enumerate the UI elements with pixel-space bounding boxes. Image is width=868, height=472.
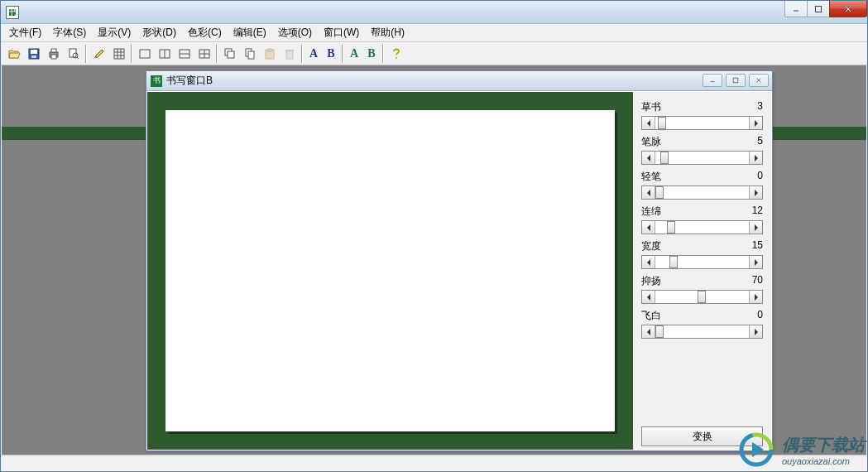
minimize-button[interactable] xyxy=(784,1,808,17)
child-close-button[interactable] xyxy=(749,74,769,87)
slider-thumb[interactable] xyxy=(660,152,669,164)
paste-icon[interactable] xyxy=(260,45,279,63)
layout4-icon[interactable] xyxy=(194,45,213,63)
copy-icon[interactable] xyxy=(240,45,259,63)
slider-thumb[interactable] xyxy=(658,117,666,129)
slider-track[interactable] xyxy=(641,220,763,234)
slider-increment-button[interactable] xyxy=(749,152,762,164)
style-b2-icon[interactable]: B xyxy=(363,45,380,63)
menu-file[interactable]: 文件(F) xyxy=(4,24,46,41)
slider-value: 5 xyxy=(757,135,763,149)
child-maximize-button[interactable] xyxy=(726,74,746,87)
svg-rect-33 xyxy=(268,49,271,51)
pencil-icon[interactable] xyxy=(89,45,108,63)
child-window-controls xyxy=(703,74,769,87)
toolbar-separator xyxy=(216,45,218,63)
slider-thumb[interactable] xyxy=(698,291,706,303)
main-titlebar: 书 xyxy=(1,1,867,24)
slider-thumb[interactable] xyxy=(669,256,678,268)
svg-rect-34 xyxy=(286,51,293,59)
menu-shape[interactable]: 形状(D) xyxy=(137,24,181,41)
child-minimize-button[interactable] xyxy=(703,74,722,87)
slider-rail[interactable] xyxy=(655,117,749,129)
maximize-button[interactable] xyxy=(807,1,830,17)
writing-window: 书 书写窗口B 草书3笔脉5轻笔0连绵12宽度15抑扬70飞白0变换 xyxy=(146,70,773,451)
slider-group: 宽度15 xyxy=(641,239,763,269)
cascade-icon[interactable] xyxy=(220,45,239,63)
help-icon[interactable] xyxy=(386,45,405,63)
slider-increment-button[interactable] xyxy=(749,325,762,338)
slider-decrement-button[interactable] xyxy=(642,256,655,268)
slider-increment-button[interactable] xyxy=(749,186,762,199)
menu-display[interactable]: 显示(V) xyxy=(93,24,136,41)
slider-increment-button[interactable] xyxy=(749,291,762,303)
svg-point-36 xyxy=(396,57,397,59)
child-titlebar[interactable]: 书 书写窗口B xyxy=(146,71,772,91)
menu-bar: 文件(F) 字体(S) 显示(V) 形状(D) 色彩(C) 编辑(E) 选项(O… xyxy=(1,24,867,42)
app-icon: 书 xyxy=(6,6,19,19)
slider-thumb[interactable] xyxy=(667,221,675,234)
menu-font[interactable]: 字体(S) xyxy=(48,24,91,41)
slider-rail[interactable] xyxy=(655,325,749,338)
slider-value: 3 xyxy=(757,100,763,114)
open-icon[interactable] xyxy=(4,45,23,63)
layout1-icon[interactable] xyxy=(135,45,154,63)
print-icon[interactable] xyxy=(44,45,63,63)
slider-decrement-button[interactable] xyxy=(642,186,655,199)
menu-color[interactable]: 色彩(C) xyxy=(183,24,227,41)
slider-decrement-button[interactable] xyxy=(642,117,655,129)
delete-icon[interactable] xyxy=(280,45,299,63)
slider-track[interactable] xyxy=(641,290,763,304)
slider-group: 笔脉5 xyxy=(641,135,763,165)
menu-edit[interactable]: 编辑(E) xyxy=(228,24,271,41)
transform-button[interactable]: 变换 xyxy=(641,426,763,446)
slider-value: 15 xyxy=(752,239,763,253)
writing-canvas[interactable] xyxy=(165,110,615,431)
slider-label: 草书 xyxy=(641,100,661,114)
svg-rect-8 xyxy=(31,55,36,58)
slider-increment-button[interactable] xyxy=(749,117,762,129)
slider-rail[interactable] xyxy=(655,152,749,164)
slider-rail[interactable] xyxy=(655,221,749,234)
slider-track[interactable] xyxy=(641,255,763,269)
slider-decrement-button[interactable] xyxy=(642,291,655,303)
slider-thumb[interactable] xyxy=(655,186,664,199)
slider-track[interactable] xyxy=(641,116,763,130)
slider-track[interactable] xyxy=(641,185,763,200)
style-b1-icon[interactable]: B xyxy=(323,45,339,63)
toolbar-separator xyxy=(85,45,87,63)
slider-track[interactable] xyxy=(641,151,763,165)
menu-options[interactable]: 选项(O) xyxy=(273,24,317,41)
close-button[interactable] xyxy=(829,1,867,17)
slider-increment-button[interactable] xyxy=(749,221,762,234)
menu-window[interactable]: 窗口(W) xyxy=(319,24,364,41)
menu-help[interactable]: 帮助(H) xyxy=(366,24,410,41)
slider-label: 连绵 xyxy=(641,205,661,219)
toolbar: A B A B xyxy=(1,42,867,65)
child-window-title: 书写窗口B xyxy=(166,74,213,88)
style-a2-icon[interactable]: A xyxy=(346,45,362,63)
main-window: 书 文件(F) 字体(S) 显示(V) 形状(D) 色彩(C) 编辑(E) 选项… xyxy=(0,0,868,472)
slider-track[interactable] xyxy=(641,325,763,339)
slider-group: 抑扬70 xyxy=(641,274,763,304)
slider-decrement-button[interactable] xyxy=(642,152,655,164)
slider-label: 抑扬 xyxy=(641,274,661,288)
style-a1-icon[interactable]: A xyxy=(305,45,322,63)
slider-decrement-button[interactable] xyxy=(642,325,655,338)
slider-rail[interactable] xyxy=(655,256,749,268)
grid-icon[interactable] xyxy=(109,45,128,63)
svg-rect-20 xyxy=(140,50,150,58)
window-controls xyxy=(785,1,867,17)
layout3-icon[interactable] xyxy=(175,45,194,63)
slider-panel: 草书3笔脉5轻笔0连绵12宽度15抑扬70飞白0变换 xyxy=(633,92,771,450)
slider-rail[interactable] xyxy=(655,291,749,303)
slider-thumb[interactable] xyxy=(655,325,664,338)
slider-label: 宽度 xyxy=(641,239,661,253)
layout2-icon[interactable] xyxy=(155,45,174,63)
slider-decrement-button[interactable] xyxy=(642,221,655,234)
slider-rail[interactable] xyxy=(655,186,749,199)
slider-value: 70 xyxy=(752,274,763,288)
save-icon[interactable] xyxy=(24,45,43,63)
slider-increment-button[interactable] xyxy=(749,256,762,268)
preview-icon[interactable] xyxy=(64,45,83,63)
